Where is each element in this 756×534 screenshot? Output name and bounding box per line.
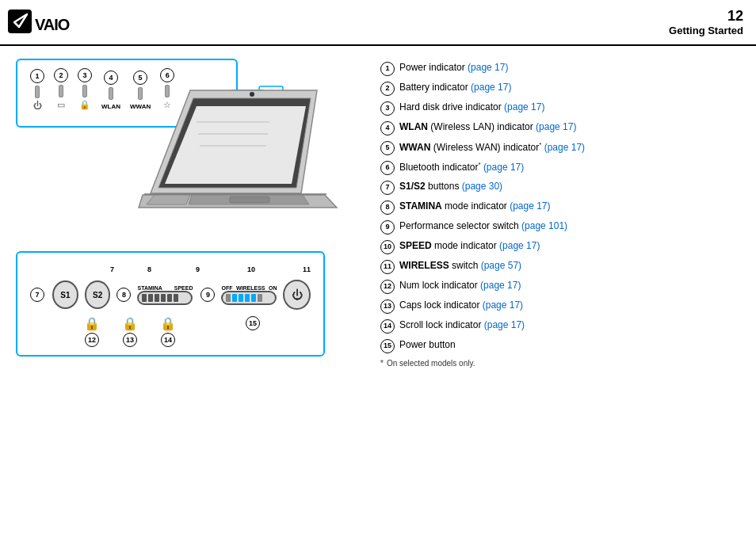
ctrl-num-9: 9 — [200, 288, 215, 302]
list-item-6: 6 Bluetooth indicator* (page 17) — [380, 161, 740, 175]
list-item-1: 1 Power indicator (page 17) — [380, 62, 740, 76]
diagram-area: 1 ⏻ 2 ▭ 3 🔒 4 — [16, 59, 365, 521]
control-panel-bottom: 7 8 7 8 9 10 11 7 — [16, 251, 325, 357]
ctrl-num-7: 7 — [30, 288, 44, 302]
main-content: 1 ⏻ 2 ▭ 3 🔒 4 — [0, 46, 756, 534]
indicator-3: 3 🔒 — [78, 68, 92, 110]
s2-button[interactable]: S2 — [85, 280, 111, 309]
feature-list: 1 Power indicator (page 17) 2 Battery in… — [380, 59, 740, 521]
power-button-num: 15 — [246, 316, 260, 330]
vaio-logo: VAIO — [8, 6, 71, 38]
list-item-12: 12 Num lock indicator (page 17) — [380, 280, 740, 294]
list-item-3: 3 Hard disk drive indicator (page 17) — [380, 101, 740, 116]
indicator-1: 1 ⏻ — [30, 69, 44, 110]
svg-rect-0 — [8, 10, 32, 33]
page-header: VAIO 12 Getting Started — [0, 0, 756, 46]
list-item-8: 8 STAMINA mode indicator (page 17) — [380, 200, 740, 215]
laptop-illustration — [127, 74, 349, 225]
indicator-4: 4 WLAN — [101, 71, 120, 110]
header-right: 12 Getting Started — [669, 8, 743, 36]
list-item-11: 11 WIRELESS switch (page 57) — [380, 260, 740, 274]
svg-rect-14 — [230, 196, 269, 203]
scroll-lock-indicator: 🔒 14 — [160, 316, 176, 347]
wireless-switch: OFF WIRELESS ON — [221, 285, 277, 305]
num-lock-indicator: 🔒 12 — [84, 316, 100, 347]
section-title: Getting Started — [669, 25, 743, 36]
indicator-2: 2 ▭ — [54, 68, 68, 110]
svg-point-15 — [250, 92, 254, 97]
ctrl-num-8: 8 — [116, 288, 131, 302]
caps-lock-indicator: 🔒 13 — [122, 316, 138, 347]
list-item-4: 4 WLAN (Wireless LAN) indicator (page 17… — [380, 121, 740, 135]
list-item-14: 14 Scroll lock indicator (page 17) — [380, 319, 740, 334]
list-item-10: 10 SPEED mode indicator (page 17) — [380, 240, 740, 254]
list-item-7: 7 S1/S2 buttons (page 30) — [380, 181, 740, 195]
list-item-13: 13 Caps lock indicator (page 17) — [380, 299, 740, 314]
power-button[interactable]: ⏻ — [283, 280, 311, 310]
footnote: * On selected models only. — [380, 359, 740, 368]
list-item-5: 5 WWAN (Wireless WAN) indicator* (page 1… — [380, 141, 740, 155]
svg-text:VAIO: VAIO — [35, 16, 70, 33]
page-number: 12 — [669, 8, 743, 25]
s1-button[interactable]: S1 — [52, 280, 78, 309]
list-item-15: 15 Power button — [380, 339, 740, 353]
stamina-speed-switch: STAMINA SPEED — [137, 285, 193, 305]
svg-marker-12 — [147, 195, 190, 204]
vaio-logo-svg: VAIO — [8, 6, 71, 38]
list-item-2: 2 Battery indicator (page 17) — [380, 82, 740, 96]
list-item-9: 9 Performance selector switch (page 101) — [380, 220, 740, 235]
